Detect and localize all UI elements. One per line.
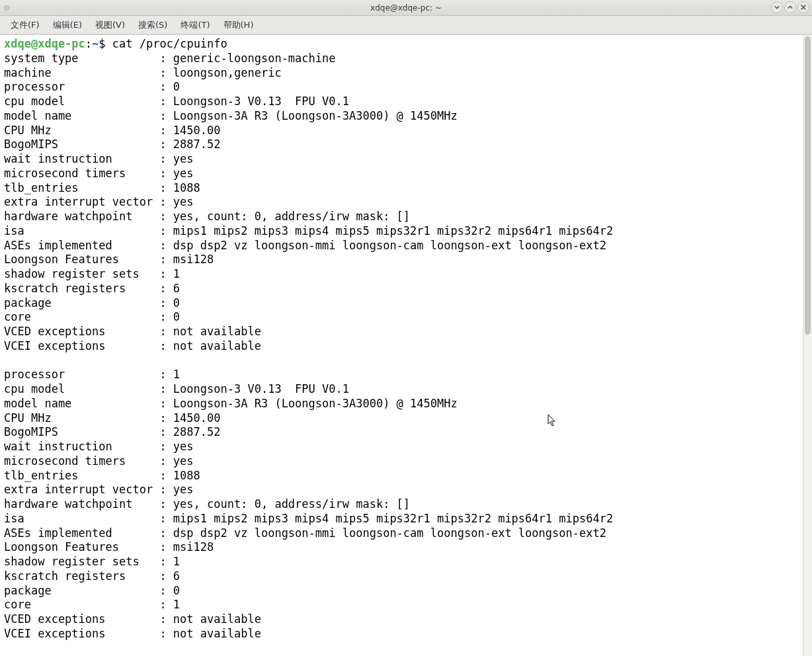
menu-terminal[interactable]: 终端(T) — [174, 18, 216, 32]
minimize-button[interactable] — [771, 1, 783, 13]
menu-edit[interactable]: 编辑(E) — [46, 18, 89, 32]
terminal-output[interactable]: xdqe@xdqe-pc:~$ cat /proc/cpuinfo system… — [0, 35, 803, 656]
menubar: 文件(F) 编辑(E) 视图(V) 搜索(S) 终端(T) 帮助(H) — [0, 16, 812, 34]
menu-help[interactable]: 帮助(H) — [217, 18, 261, 32]
close-button[interactable] — [797, 1, 809, 13]
terminal-area: xdqe@xdqe-pc:~$ cat /proc/cpuinfo system… — [0, 34, 812, 656]
close-icon — [800, 4, 807, 11]
window-titlebar: xdqe@xdqe-pc: ~ — [0, 0, 812, 16]
chevron-down-icon — [774, 4, 780, 11]
maximize-button[interactable] — [784, 1, 796, 13]
window-menu-dot — [4, 5, 9, 11]
scrollbar[interactable] — [803, 35, 812, 656]
scrollbar-thumb[interactable] — [805, 36, 811, 335]
chevron-up-icon — [787, 4, 793, 11]
menu-file[interactable]: 文件(F) — [4, 18, 46, 32]
window-controls — [771, 1, 809, 13]
menu-view[interactable]: 视图(V) — [89, 18, 132, 32]
menu-search[interactable]: 搜索(S) — [132, 18, 174, 32]
terminal-window: xdqe@xdqe-pc: ~ 文件(F) 编辑(E) 视图(V) 搜索(S) … — [0, 0, 812, 656]
window-title: xdqe@xdqe-pc: ~ — [0, 3, 812, 13]
